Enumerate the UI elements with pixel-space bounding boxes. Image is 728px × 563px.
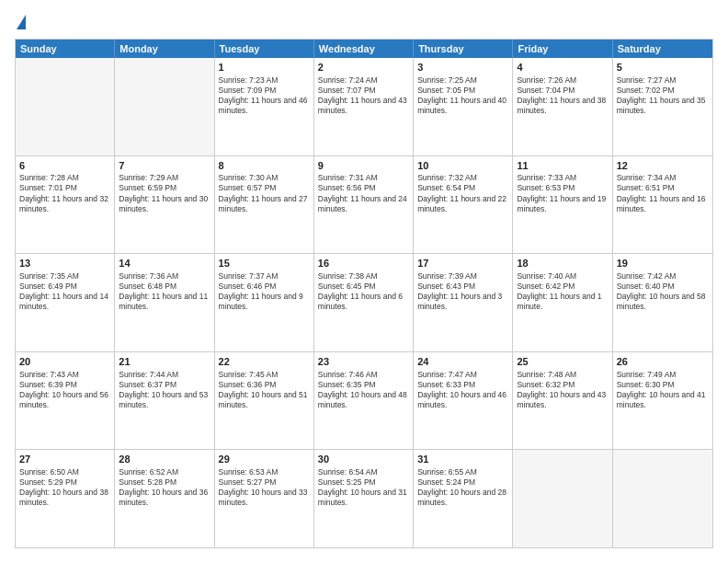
calendar-body: 1Sunrise: 7:23 AM Sunset: 7:09 PM Daylig…: [16, 58, 712, 547]
calendar-cell: 4Sunrise: 7:26 AM Sunset: 7:04 PM Daylig…: [513, 58, 612, 155]
calendar-cell: 11Sunrise: 7:33 AM Sunset: 6:53 PM Dayli…: [513, 156, 612, 254]
calendar-row: 13Sunrise: 7:35 AM Sunset: 6:49 PM Dayli…: [16, 254, 712, 352]
day-number: 15: [219, 257, 310, 270]
day-number: 22: [219, 355, 310, 369]
calendar-cell: 5Sunrise: 7:27 AM Sunset: 7:02 PM Daylig…: [613, 58, 712, 155]
day-number: 14: [119, 257, 210, 270]
calendar-cell: 10Sunrise: 7:32 AM Sunset: 6:54 PM Dayli…: [414, 156, 513, 254]
calendar-header-cell: Saturday: [613, 40, 712, 58]
calendar-cell: 21Sunrise: 7:44 AM Sunset: 6:37 PM Dayli…: [115, 352, 214, 450]
calendar-header-cell: Sunday: [16, 40, 115, 58]
cell-detail: Sunrise: 7:42 AM Sunset: 6:40 PM Dayligh…: [617, 271, 709, 312]
day-number: 3: [417, 61, 508, 75]
calendar-cell: 15Sunrise: 7:37 AM Sunset: 6:46 PM Dayli…: [215, 254, 314, 351]
day-number: 4: [517, 61, 608, 75]
cell-detail: Sunrise: 7:29 AM Sunset: 6:59 PM Dayligh…: [119, 173, 210, 213]
day-number: 24: [417, 355, 508, 369]
calendar-cell: 16Sunrise: 7:38 AM Sunset: 6:45 PM Dayli…: [314, 254, 414, 351]
day-number: 20: [19, 355, 110, 369]
cell-detail: Sunrise: 6:52 AM Sunset: 5:28 PM Dayligh…: [119, 467, 210, 508]
calendar-header-cell: Thursday: [414, 40, 513, 58]
cell-detail: Sunrise: 7:43 AM Sunset: 6:39 PM Dayligh…: [19, 370, 110, 410]
cell-detail: Sunrise: 7:46 AM Sunset: 6:35 PM Dayligh…: [318, 370, 409, 410]
cell-detail: Sunrise: 7:27 AM Sunset: 7:02 PM Dayligh…: [617, 75, 709, 116]
calendar-row: 27Sunrise: 6:50 AM Sunset: 5:29 PM Dayli…: [16, 450, 712, 547]
day-number: 18: [517, 257, 608, 270]
cell-detail: Sunrise: 7:32 AM Sunset: 6:54 PM Dayligh…: [417, 173, 508, 213]
cell-detail: Sunrise: 7:37 AM Sunset: 6:46 PM Dayligh…: [219, 271, 310, 312]
day-number: 2: [318, 61, 409, 75]
calendar-cell: 6Sunrise: 7:28 AM Sunset: 7:01 PM Daylig…: [16, 156, 115, 254]
day-number: 6: [19, 159, 110, 173]
day-number: 9: [318, 159, 409, 173]
day-number: 11: [517, 159, 608, 173]
day-number: 8: [219, 159, 310, 173]
page: SundayMondayTuesdayWednesdayThursdayFrid…: [0, 0, 728, 563]
calendar-cell: 29Sunrise: 6:53 AM Sunset: 5:27 PM Dayli…: [215, 450, 314, 547]
calendar-cell: 7Sunrise: 7:29 AM Sunset: 6:59 PM Daylig…: [115, 156, 214, 254]
calendar-cell: 23Sunrise: 7:46 AM Sunset: 6:35 PM Dayli…: [314, 352, 414, 450]
calendar-cell: 31Sunrise: 6:55 AM Sunset: 5:24 PM Dayli…: [414, 450, 513, 547]
calendar-cell: 1Sunrise: 7:23 AM Sunset: 7:09 PM Daylig…: [215, 58, 314, 155]
cell-detail: Sunrise: 7:47 AM Sunset: 6:33 PM Dayligh…: [417, 370, 508, 410]
cell-detail: Sunrise: 7:23 AM Sunset: 7:09 PM Dayligh…: [219, 75, 310, 116]
day-number: 13: [19, 257, 110, 270]
cell-detail: Sunrise: 6:54 AM Sunset: 5:25 PM Dayligh…: [318, 467, 409, 508]
cell-detail: Sunrise: 7:48 AM Sunset: 6:32 PM Dayligh…: [517, 370, 608, 410]
calendar-header-cell: Tuesday: [215, 40, 314, 58]
cell-detail: Sunrise: 7:49 AM Sunset: 6:30 PM Dayligh…: [617, 370, 709, 410]
calendar-cell: 27Sunrise: 6:50 AM Sunset: 5:29 PM Dayli…: [16, 450, 115, 547]
cell-detail: Sunrise: 7:36 AM Sunset: 6:48 PM Dayligh…: [119, 271, 210, 312]
calendar-header-cell: Wednesday: [314, 40, 414, 58]
calendar-cell: 19Sunrise: 7:42 AM Sunset: 6:40 PM Dayli…: [613, 254, 712, 351]
calendar-cell: 26Sunrise: 7:49 AM Sunset: 6:30 PM Dayli…: [613, 352, 712, 450]
logo: [15, 15, 26, 29]
day-number: 5: [617, 61, 709, 75]
cell-detail: Sunrise: 7:28 AM Sunset: 7:01 PM Dayligh…: [19, 173, 110, 213]
calendar-cell: 13Sunrise: 7:35 AM Sunset: 6:49 PM Dayli…: [16, 254, 115, 351]
cell-detail: Sunrise: 7:25 AM Sunset: 7:05 PM Dayligh…: [417, 75, 508, 116]
calendar-cell: 18Sunrise: 7:40 AM Sunset: 6:42 PM Dayli…: [513, 254, 612, 351]
day-number: 31: [417, 453, 508, 466]
day-number: 12: [617, 159, 709, 173]
calendar-row: 6Sunrise: 7:28 AM Sunset: 7:01 PM Daylig…: [16, 156, 712, 255]
day-number: 10: [417, 159, 508, 173]
day-number: 1: [219, 61, 310, 75]
cell-detail: Sunrise: 7:40 AM Sunset: 6:42 PM Dayligh…: [517, 271, 608, 312]
calendar-cell: 3Sunrise: 7:25 AM Sunset: 7:05 PM Daylig…: [414, 58, 513, 155]
header: [15, 15, 713, 29]
cell-detail: Sunrise: 7:26 AM Sunset: 7:04 PM Dayligh…: [517, 75, 608, 116]
day-number: 26: [617, 355, 709, 369]
calendar-cell: 8Sunrise: 7:30 AM Sunset: 6:57 PM Daylig…: [215, 156, 314, 254]
day-number: 17: [417, 257, 508, 270]
calendar-cell: [513, 450, 612, 547]
day-number: 16: [318, 257, 409, 270]
calendar-header-cell: Monday: [115, 40, 214, 58]
calendar-cell: 30Sunrise: 6:54 AM Sunset: 5:25 PM Dayli…: [314, 450, 414, 547]
cell-detail: Sunrise: 6:55 AM Sunset: 5:24 PM Dayligh…: [417, 467, 508, 508]
cell-detail: Sunrise: 7:39 AM Sunset: 6:43 PM Dayligh…: [417, 271, 508, 312]
logo-triangle-icon: [17, 15, 26, 29]
cell-detail: Sunrise: 7:24 AM Sunset: 7:07 PM Dayligh…: [318, 75, 409, 116]
cell-detail: Sunrise: 6:53 AM Sunset: 5:27 PM Dayligh…: [219, 467, 310, 508]
calendar-cell: 22Sunrise: 7:45 AM Sunset: 6:36 PM Dayli…: [215, 352, 314, 450]
calendar-cell: 12Sunrise: 7:34 AM Sunset: 6:51 PM Dayli…: [613, 156, 712, 254]
day-number: 28: [119, 453, 210, 466]
calendar-cell: 9Sunrise: 7:31 AM Sunset: 6:56 PM Daylig…: [314, 156, 414, 254]
cell-detail: Sunrise: 7:35 AM Sunset: 6:49 PM Dayligh…: [19, 271, 110, 312]
calendar-row: 1Sunrise: 7:23 AM Sunset: 7:09 PM Daylig…: [16, 58, 712, 156]
day-number: 23: [318, 355, 409, 369]
calendar-cell: 17Sunrise: 7:39 AM Sunset: 6:43 PM Dayli…: [414, 254, 513, 351]
day-number: 27: [19, 453, 110, 466]
cell-detail: Sunrise: 7:44 AM Sunset: 6:37 PM Dayligh…: [119, 370, 210, 410]
day-number: 29: [219, 453, 310, 466]
calendar-row: 20Sunrise: 7:43 AM Sunset: 6:39 PM Dayli…: [16, 352, 712, 451]
calendar-cell: 24Sunrise: 7:47 AM Sunset: 6:33 PM Dayli…: [414, 352, 513, 450]
cell-detail: Sunrise: 7:45 AM Sunset: 6:36 PM Dayligh…: [219, 370, 310, 410]
calendar-cell: [613, 450, 712, 547]
calendar-cell: 20Sunrise: 7:43 AM Sunset: 6:39 PM Dayli…: [16, 352, 115, 450]
calendar-cell: [16, 58, 115, 155]
day-number: 7: [119, 159, 210, 173]
cell-detail: Sunrise: 7:34 AM Sunset: 6:51 PM Dayligh…: [617, 173, 709, 213]
day-number: 21: [119, 355, 210, 369]
